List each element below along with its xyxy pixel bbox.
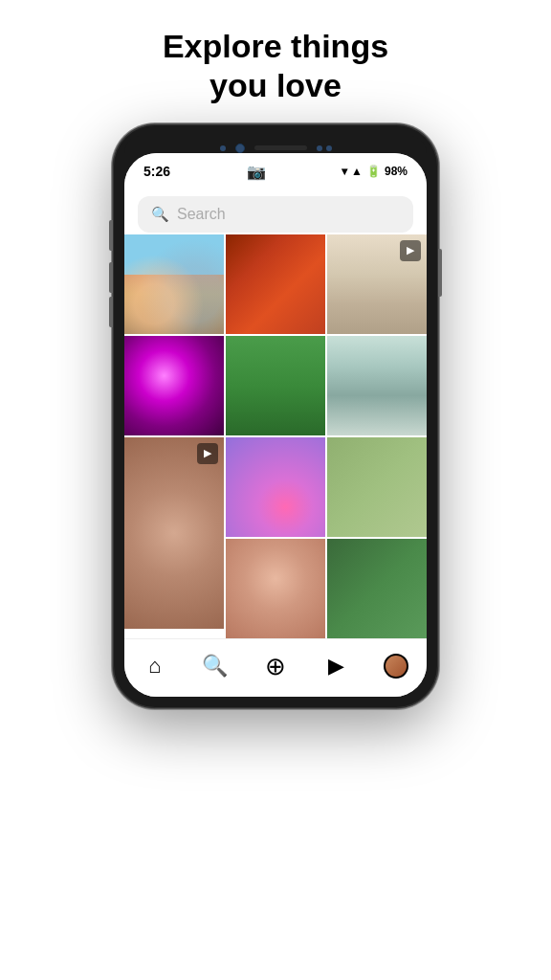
page-title: Explore things you love	[124, 0, 427, 124]
photo-cell-purple[interactable]	[124, 336, 224, 435]
instagram-logo-icon: 📷	[247, 163, 266, 181]
photo-cell-skateboard[interactable]	[327, 539, 427, 638]
photo-cell-mirror[interactable]	[327, 336, 427, 435]
nav-profile[interactable]	[373, 649, 419, 683]
battery-percent: 98%	[385, 165, 408, 178]
profile-avatar	[384, 654, 408, 679]
search-bar-container: 🔍 Search	[124, 187, 427, 233]
front-camera	[235, 144, 245, 153]
signal-icon: ▲	[351, 165, 363, 178]
photo-grid: ▶ ▶	[124, 234, 427, 638]
search-nav-icon: 🔍	[202, 654, 228, 679]
nav-home[interactable]: ⌂	[132, 649, 178, 683]
nav-reels[interactable]: ▶	[313, 649, 359, 683]
status-right: ▾ ▲ 🔋 98%	[342, 165, 408, 178]
wifi-icon: ▾	[342, 165, 347, 178]
reel-badge-icon-2: ▶	[197, 443, 218, 464]
search-icon: 🔍	[151, 206, 169, 223]
front-sensor-left	[220, 145, 226, 151]
nav-search[interactable]: 🔍	[192, 649, 238, 683]
add-icon: ⊕	[265, 654, 286, 679]
front-sensors-right	[317, 145, 332, 151]
photo-cell-shopping[interactable]	[327, 437, 427, 537]
phone-screen: 5:26 📷 ▾ ▲ 🔋 98% 🔍 Search	[124, 153, 427, 697]
photo-cell-closeup[interactable]	[226, 539, 325, 638]
search-bar[interactable]: 🔍 Search	[138, 196, 413, 233]
status-time: 5:26	[143, 164, 170, 179]
home-icon: ⌂	[148, 654, 161, 679]
photo-cell-selfie-room[interactable]: ▶	[327, 234, 427, 334]
photo-cell-grass[interactable]	[226, 336, 325, 435]
photo-cell-beach[interactable]	[124, 234, 224, 334]
front-speaker	[254, 145, 307, 150]
photo-cell-orange-room[interactable]	[226, 234, 325, 334]
phone-top-frame	[124, 136, 427, 153]
status-bar: 5:26 📷 ▾ ▲ 🔋 98%	[124, 153, 427, 187]
battery-icon: 🔋	[366, 165, 381, 178]
reel-badge-icon: ▶	[400, 240, 421, 261]
front-sensor-dot1	[317, 145, 322, 151]
photo-cell-party[interactable]	[226, 437, 325, 537]
front-sensor-dot2	[326, 145, 332, 151]
photo-cell-messy-face[interactable]: ▶	[124, 437, 224, 638]
bottom-nav: ⌂ 🔍 ⊕ ▶	[124, 638, 427, 697]
phone-device: 5:26 📷 ▾ ▲ 🔋 98% 🔍 Search	[113, 124, 438, 708]
search-placeholder: Search	[177, 206, 226, 223]
reels-icon: ▶	[328, 654, 344, 679]
nav-add[interactable]: ⊕	[253, 649, 298, 683]
